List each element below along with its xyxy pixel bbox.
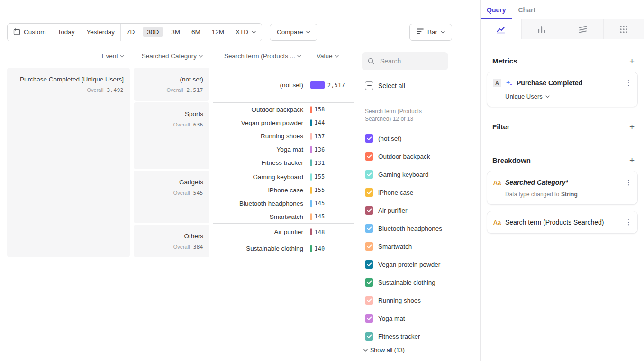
filter-item-sustainable-clothing[interactable]: Sustainable clothing [365, 273, 475, 291]
date-preset-label: Today [58, 28, 75, 36]
add-breakdown-button[interactable] [629, 156, 635, 165]
filter-item-label: Fitness tracker [378, 333, 420, 340]
checkbox-checked[interactable] [365, 278, 373, 287]
filter-item-gaming-keyboard[interactable]: Gaming keyboard [365, 165, 475, 183]
tab-chart[interactable]: Chart [512, 0, 542, 19]
row-group-sports: Outdoor backpack158Vegan protein powder1… [213, 102, 354, 170]
breakdown-card-search-term[interactable]: Aa Search term (Products Searched) [487, 211, 638, 234]
date-preset-xtd[interactable]: XTD [230, 24, 262, 41]
metric-card[interactable]: A Purchase Completed Unique Users [487, 72, 638, 107]
breakdown-menu-button[interactable] [625, 178, 632, 187]
filter-item-smartwatch[interactable]: Smartwatch [365, 237, 475, 255]
note-value: String [561, 191, 578, 198]
filter-item-vegan-protein-powder[interactable]: Vegan protein powder [365, 255, 475, 273]
breakdown-menu-button[interactable] [625, 218, 632, 226]
category-cell-not-set[interactable]: (not set)Overall2,517 [134, 68, 209, 101]
value-cell: 148 [310, 228, 325, 235]
table-row-sustainable-clothing[interactable]: Sustainable clothing140 [213, 240, 354, 257]
filter-item-iphone-case[interactable]: iPhone case [365, 183, 475, 201]
checkbox-checked[interactable] [365, 206, 373, 215]
column-header-event[interactable]: Event [7, 53, 130, 60]
search-input[interactable] [379, 57, 443, 65]
search-term-label: Sustainable clothing [213, 245, 303, 252]
table-row-air-purifier[interactable]: Air purifier148 [213, 224, 354, 240]
search-term-label: (not set) [213, 81, 303, 89]
category-cell-gadgets[interactable]: GadgetsOverall545 [134, 171, 209, 223]
search-term-label: Running shoes [213, 133, 303, 140]
date-preset-7d[interactable]: 7D [121, 24, 140, 41]
metric-letter-badge: A [493, 79, 501, 87]
checkbox-checked[interactable] [365, 170, 373, 179]
checkbox-checked[interactable] [365, 242, 373, 251]
tab-retention[interactable] [562, 19, 603, 39]
filter-item-running-shoes[interactable]: Running shoes [365, 291, 475, 309]
date-preset-12m[interactable]: 12M [206, 24, 230, 41]
table-row-smartwatch[interactable]: Smartwatch145 [213, 210, 354, 223]
insights-tab-icon [496, 25, 506, 34]
analytics-app: CustomTodayYesterday7D30D3M6M12MXTD Comp… [0, 0, 644, 361]
checkbox-checked[interactable] [365, 314, 373, 323]
filter-item-not-set[interactable]: (not set) [365, 129, 475, 147]
filter-item-yoga-mat[interactable]: Yoga mat [365, 309, 475, 327]
column-header-search-term[interactable]: Search term (Products ... [213, 53, 303, 60]
filter-item-fitness-tracker[interactable]: Fitness tracker [365, 327, 475, 345]
table-row-running-shoes[interactable]: Running shoes137 [213, 129, 354, 143]
event-name: Purchase Completed [Unique Users] [7, 75, 124, 84]
event-cell[interactable]: Purchase Completed [Unique Users] Overal… [7, 68, 130, 257]
value-bar [310, 159, 312, 166]
filter-item-label: Air purifier [378, 207, 408, 214]
checkbox-checked[interactable] [365, 224, 373, 233]
tab-query[interactable]: Query [481, 0, 512, 19]
string-property-icon: Aa [493, 179, 501, 186]
select-all-row[interactable]: Select all [365, 81, 405, 90]
compare-label: Compare [277, 28, 303, 36]
breakdown-card-searched-category[interactable]: Aa Searched Category* Data type changed … [487, 171, 638, 205]
chevron-down-icon [120, 55, 124, 58]
add-metric-button[interactable] [629, 56, 635, 65]
checkbox-checked[interactable] [365, 152, 373, 161]
checkbox-checked[interactable] [365, 296, 373, 305]
search-box [362, 52, 448, 70]
tab-flows[interactable] [603, 19, 644, 39]
table-row-vegan-protein-powder[interactable]: Vegan protein powder144 [213, 116, 354, 129]
tab-funnels[interactable] [521, 19, 562, 39]
add-filter-button[interactable] [629, 122, 635, 131]
date-preset-today[interactable]: Today [52, 24, 81, 41]
table-row-bluetooth-headphones[interactable]: Bluetooth headphones145 [213, 197, 354, 210]
table-row-gaming-keyboard[interactable]: Gaming keyboard155 [213, 170, 354, 183]
table-row-yoga-mat[interactable]: Yoga mat136 [213, 143, 354, 156]
category-cell-others[interactable]: OthersOverall384 [134, 225, 209, 257]
category-cell-sports[interactable]: SportsOverall636 [134, 102, 209, 169]
checkbox-checked[interactable] [365, 260, 373, 269]
checkbox-checked[interactable] [365, 188, 373, 197]
date-preset-3m[interactable]: 3M [165, 24, 186, 41]
show-all-button[interactable]: Show all (13) [363, 347, 405, 353]
table-row-iphone-case[interactable]: iPhone case155 [213, 183, 354, 197]
date-preset-30d[interactable]: 30D [140, 24, 165, 41]
select-all-checkbox[interactable] [365, 81, 373, 90]
measurement-dropdown[interactable]: Unique Users [505, 93, 632, 100]
value-number: 2,517 [327, 82, 345, 89]
report-type-tabs [481, 19, 644, 39]
date-preset-6m[interactable]: 6M [186, 24, 206, 41]
filter-item-air-purifier[interactable]: Air purifier [365, 201, 475, 219]
column-header-searched-category[interactable]: Searched Category [134, 53, 209, 60]
chevron-down-icon [335, 55, 339, 58]
value-cell: 145 [310, 200, 325, 207]
date-preset-yesterday[interactable]: Yesterday [81, 24, 121, 41]
checkbox-checked[interactable] [365, 332, 373, 341]
checkbox-checked[interactable] [365, 134, 373, 143]
table-row-outdoor-backpack[interactable]: Outdoor backpack158 [213, 103, 354, 116]
filter-item-bluetooth-headphones[interactable]: Bluetooth headphones [365, 219, 475, 237]
value-bar [310, 213, 312, 220]
metric-menu-button[interactable] [625, 79, 632, 87]
table-row-fitness-tracker[interactable]: Fitness tracker131 [213, 156, 354, 170]
overall-value: 3,492 [107, 87, 124, 93]
date-preset-custom[interactable]: Custom [8, 24, 52, 41]
compare-button[interactable]: Compare [270, 24, 318, 41]
row-group-not-set: (not set)2,517 [213, 68, 354, 102]
tab-insights[interactable] [481, 19, 521, 39]
table-row-not-set[interactable]: (not set)2,517 [213, 68, 354, 102]
column-header-value[interactable]: Value [303, 53, 358, 60]
filter-item-outdoor-backpack[interactable]: Outdoor backpack [365, 147, 475, 165]
